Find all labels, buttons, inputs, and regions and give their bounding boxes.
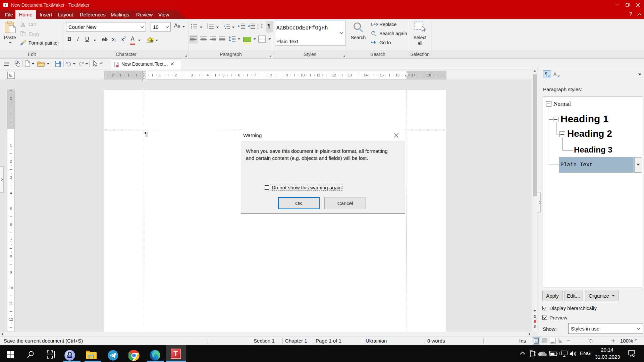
svg-text:ab: ab [150,39,153,42]
svg-text:Z: Z [257,26,259,29]
svg-text:A: A [257,23,259,26]
svg-text:1: 1 [223,23,225,25]
svg-text:a: a [371,22,373,26]
svg-text:3: 3 [207,27,208,29]
svg-text:b: b [376,22,378,26]
